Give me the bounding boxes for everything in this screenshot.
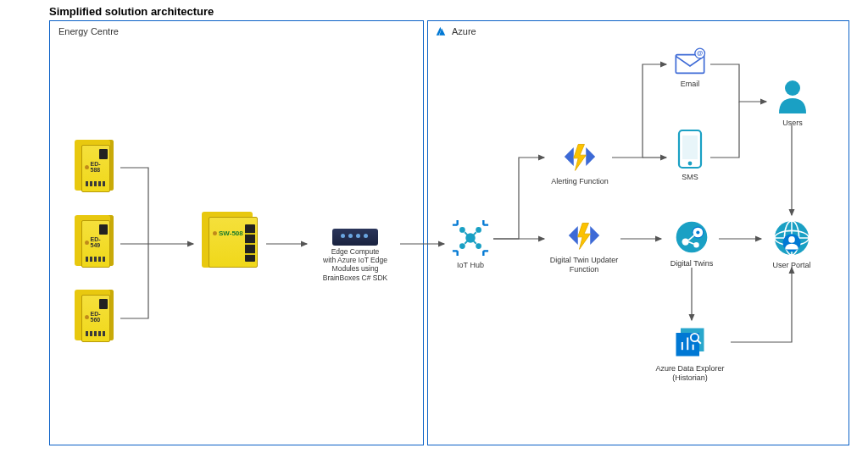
device-ed549: ED-549 [70, 215, 119, 273]
alerting-function: Alerting Function [546, 140, 614, 186]
function-icon [561, 140, 598, 174]
digital-twin-updater-label: Digital Twin Updater Function [546, 256, 622, 274]
svg-point-18 [693, 242, 698, 247]
svg-point-36 [788, 236, 795, 243]
email-icon: @ [673, 47, 707, 76]
edge-compute-label: Edge Compute with Azure IoT Edge Modules… [309, 247, 402, 282]
device-ed560: ED-560 [70, 290, 119, 347]
digital-twin-updater: Digital Twin Updater Function [546, 218, 622, 274]
users: Users [770, 78, 815, 128]
svg-point-4 [476, 243, 481, 249]
device-ed588: ED-588 [70, 140, 119, 197]
digital-twins-icon [673, 218, 710, 256]
adx-label: Azure Data Explorer (Historian) [646, 364, 734, 383]
users-icon [776, 78, 810, 115]
svg-point-2 [476, 227, 481, 233]
diagram-title: Simplified solution architecture [49, 5, 214, 18]
sms: SMS [670, 129, 710, 182]
email-label: Email [670, 80, 710, 89]
svg-point-29 [785, 80, 800, 96]
digital-twins: Digital Twins [665, 218, 719, 268]
user-portal: User Portal [765, 218, 819, 270]
svg-point-1 [459, 227, 465, 233]
azure-label: Azure [452, 26, 476, 36]
svg-line-8 [473, 241, 476, 244]
svg-point-17 [682, 238, 689, 245]
user-portal-label: User Portal [765, 261, 819, 270]
sms-icon [676, 129, 704, 169]
svg-rect-13 [682, 135, 698, 159]
iot-hub-icon [451, 218, 490, 257]
azure-icon [435, 25, 447, 37]
iot-hub: IoT Hub [448, 218, 493, 270]
function-icon [565, 218, 603, 252]
svg-line-5 [465, 232, 468, 235]
svg-line-6 [473, 232, 476, 235]
sms-label: SMS [670, 173, 710, 182]
svg-line-7 [465, 241, 468, 244]
user-portal-icon [772, 218, 811, 257]
svg-point-3 [459, 243, 465, 249]
edge-compute: Edge Compute with Azure IoT Edge Modules… [309, 229, 402, 282]
azure-data-explorer: Azure Data Explorer (Historian) [646, 324, 734, 383]
svg-point-21 [696, 230, 699, 234]
adx-icon [671, 324, 709, 361]
alerting-function-label: Alerting Function [546, 177, 614, 186]
iot-hub-label: IoT Hub [448, 261, 493, 270]
device-sw508: SW-508 [200, 212, 266, 276]
digital-twins-label: Digital Twins [665, 259, 719, 268]
svg-text:@: @ [697, 50, 703, 58]
users-label: Users [770, 119, 815, 128]
email: @ Email [670, 47, 710, 89]
svg-point-14 [688, 162, 693, 166]
energy-centre-label: Energy Centre [58, 26, 119, 36]
